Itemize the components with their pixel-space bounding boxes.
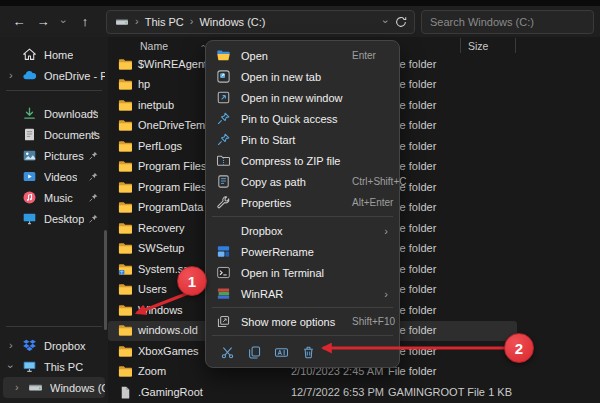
breadcrumb-chevron-icon: › xyxy=(135,16,139,27)
search-box[interactable] xyxy=(421,10,594,34)
expand-chevron-icon[interactable]: › xyxy=(9,340,13,351)
sidebar-item-downloads[interactable]: Downloads xyxy=(3,103,105,124)
context-menu: OpenEnterOpen in new tabOpen in new wind… xyxy=(205,40,400,368)
sidebar-item-music[interactable]: Music xyxy=(3,187,105,208)
menu-item-dropbox[interactable]: Dropbox› xyxy=(210,220,395,241)
folder-icon xyxy=(118,118,133,133)
file-icon xyxy=(118,385,133,400)
sidebar-item-documents[interactable]: Documents xyxy=(3,124,105,145)
file-row-gamingroot[interactable]: .GamingRoot12/7/2022 6:53 PMGAMINGROOT F… xyxy=(108,382,517,403)
wrench-icon xyxy=(216,195,231,210)
folder-icon xyxy=(118,262,133,277)
pin-icon xyxy=(88,129,99,140)
menu-item-powerrename[interactable]: PowerRename xyxy=(210,241,395,262)
folder-icon xyxy=(118,282,133,297)
expand-chevron-icon[interactable]: › xyxy=(15,382,19,393)
menu-item-compress-to-zip-file[interactable]: Compress to ZIP file xyxy=(210,150,395,171)
menu-item-open-in-new-window[interactable]: Open in new window xyxy=(210,87,395,108)
expand-slot: › xyxy=(15,382,28,393)
delete-button[interactable] xyxy=(299,343,317,361)
menu-item-shortcut: Ctrl+Shift+C xyxy=(352,176,406,187)
submenu-chevron-icon: › xyxy=(384,225,388,237)
downloads-icon xyxy=(22,106,37,121)
folder-icon xyxy=(118,303,133,318)
pin-blue-icon xyxy=(216,132,231,147)
drive-icon xyxy=(115,15,129,29)
column-header-name[interactable]: Name xyxy=(140,40,168,52)
menu-item-properties[interactable]: PropertiesAlt+Enter xyxy=(210,192,395,213)
cell-name: $WinREAgent xyxy=(138,58,207,70)
cell-name: hp xyxy=(138,78,150,90)
back-button[interactable]: ← xyxy=(10,12,28,32)
breadcrumb-chevron-icon: › xyxy=(190,16,194,27)
menu-item-open[interactable]: OpenEnter xyxy=(210,45,395,66)
menu-item-label: WinRAR xyxy=(241,288,283,300)
breadcrumb-this-pc[interactable]: This PC xyxy=(145,16,184,28)
breadcrumb-current-drive[interactable]: Windows (C:) xyxy=(199,16,265,28)
terminal-icon xyxy=(216,265,231,280)
cell-name: .GamingRoot xyxy=(138,386,203,398)
sidebar-item-label: Dropbox xyxy=(44,340,86,352)
videos-icon xyxy=(22,169,37,184)
column-header-size[interactable]: Size xyxy=(468,40,488,52)
menu-item-label: Compress to ZIP file xyxy=(241,155,340,167)
menu-item-pin-to-quick-access[interactable]: Pin to Quick access xyxy=(210,108,395,129)
menu-item-winrar[interactable]: WinRAR› xyxy=(210,283,395,304)
sidebar-scrollbar[interactable] xyxy=(104,230,107,330)
dropbox-icon xyxy=(22,338,37,353)
column-divider[interactable] xyxy=(515,38,516,53)
folder-icon xyxy=(118,241,133,256)
desktop-icon xyxy=(22,211,37,226)
folder-icon xyxy=(118,323,133,338)
sidebar-item-this-pc[interactable]: ›This PC xyxy=(3,356,105,377)
expand-chevron-icon[interactable]: › xyxy=(9,70,13,81)
copy-path-icon xyxy=(216,174,231,189)
folder-icon xyxy=(118,344,133,359)
new-window-icon xyxy=(216,90,231,105)
column-divider[interactable] xyxy=(460,38,461,53)
forward-button[interactable]: → xyxy=(34,12,52,32)
expand-slot: › xyxy=(9,361,22,372)
folder-icon xyxy=(118,159,133,174)
pin-icon xyxy=(88,150,99,161)
show-more-icon xyxy=(216,314,231,329)
pin-icon xyxy=(88,213,99,224)
sidebar-item-videos[interactable]: Videos xyxy=(3,166,105,187)
menu-item-shortcut: Shift+F10 xyxy=(352,316,395,327)
menu-item-show-more-options[interactable]: Show more optionsShift+F10 xyxy=(210,311,395,332)
folder-icon xyxy=(118,364,133,379)
sidebar-item-home[interactable]: Home xyxy=(3,44,105,65)
sidebar-item-windows-c[interactable]: ›Windows (C:) xyxy=(3,377,105,398)
refresh-icon[interactable] xyxy=(394,15,408,29)
thispc-icon xyxy=(22,359,37,374)
menu-item-copy-as-path[interactable]: Copy as pathCtrl+Shift+C xyxy=(210,171,395,192)
menu-separator xyxy=(212,335,393,336)
menu-item-open-in-new-tab[interactable]: Open in new tab xyxy=(210,66,395,87)
expand-chevron-icon[interactable]: › xyxy=(5,365,16,369)
new-tab-icon xyxy=(216,69,231,84)
copy-button[interactable] xyxy=(245,343,263,361)
recent-locations-chevron-icon[interactable]: › xyxy=(58,12,70,32)
cut-button[interactable] xyxy=(218,343,236,361)
sidebar-item-pictures[interactable]: Pictures xyxy=(3,145,105,166)
menu-item-label: PowerRename xyxy=(241,246,314,258)
navigation-buttons: ← → › ↑ xyxy=(10,12,94,32)
onedrive-icon xyxy=(22,68,37,83)
sidebar-item-dropbox[interactable]: ›Dropbox xyxy=(3,335,105,356)
menu-item-open-in-terminal[interactable]: Open in Terminal xyxy=(210,262,395,283)
address-dropdown-chevron-icon[interactable]: › xyxy=(381,20,392,24)
rename-button[interactable] xyxy=(272,343,290,361)
sidebar-separator xyxy=(6,326,102,327)
search-input[interactable] xyxy=(430,16,585,28)
cell-name: Windows xyxy=(138,304,183,316)
menu-item-pin-to-start[interactable]: Pin to Start xyxy=(210,129,395,150)
menu-item-label: Open in new window xyxy=(241,92,343,104)
empty-icon-slot xyxy=(216,223,231,238)
annotation-circle-1: 1 xyxy=(177,266,207,296)
up-button[interactable]: ↑ xyxy=(76,12,94,32)
sidebar-item-onedrive-pers[interactable]: ›OneDrive - Pers xyxy=(3,65,105,86)
address-bar[interactable]: › This PC › Windows (C:) › xyxy=(106,10,415,34)
sidebar-item-desktop[interactable]: Desktop xyxy=(3,208,105,229)
pin-icon xyxy=(88,171,99,182)
cell-name: ProgramData xyxy=(138,201,203,213)
